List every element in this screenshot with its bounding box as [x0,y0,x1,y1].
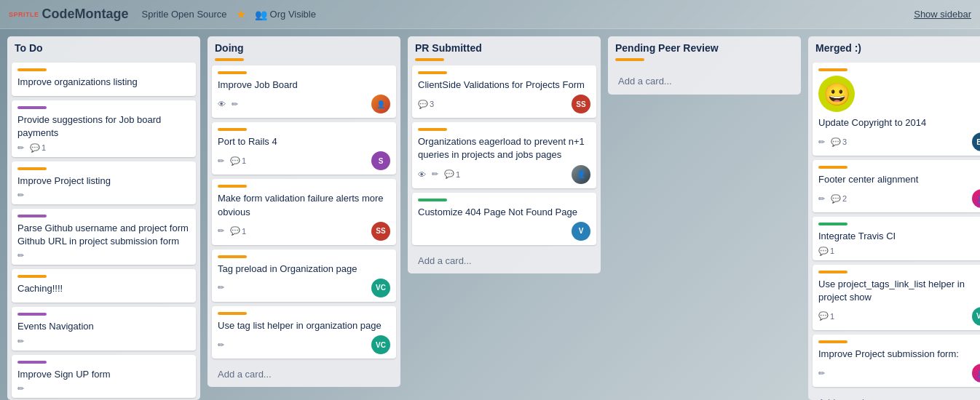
card-meta-item: ✏ [232,100,238,109]
card-meta-count: 1 [242,156,246,165]
card-title: Improve Sign UP form [17,368,190,381]
card-meta-icon: ✏ [17,143,24,153]
card[interactable]: Make form validation failure alerts more… [212,179,396,244]
card-title: Port to Rails 4 [218,135,390,148]
column-pr: PR SubmittedClientSide Validations for P… [408,36,601,273]
card[interactable]: Improve Sign UP form✏ [12,355,196,398]
card[interactable]: Use project_tags_link_list helper in pro… [813,265,980,330]
card-label-bar [17,68,47,71]
add-card-button-doing[interactable]: Add a card... [212,364,396,384]
card-avatar: S [371,151,390,170]
card-meta-icon: 👁 [418,170,426,179]
card-label-bar [818,166,847,169]
card-meta: ✏ [218,283,224,292]
card[interactable]: Improve organizations listing [12,63,196,96]
card-avatar: VC [371,335,390,354]
card[interactable]: Improve Job Board👁✏👤 [212,65,396,118]
card-meta-item: 💬3 [418,100,434,109]
column-merged: Merged :)😀Update Copyright to 2014✏💬3BLF… [808,36,980,400]
column-label-pending [615,58,644,61]
card-meta-icon: ✏ [218,340,224,350]
card-meta-icon: ✏ [17,191,24,200]
card-title: Improve Project listing [17,175,190,188]
card-meta: ✏💬3 [818,137,847,147]
card[interactable]: 😀Update Copyright to 2014✏💬3BL [813,63,980,156]
card-meta-icon: 💬 [230,156,240,166]
card[interactable]: Tag preload in Organization page✏VC [212,249,396,302]
card-meta-item: ✏ [218,226,224,236]
card-title: Improve Job Board [218,79,390,92]
card-meta-item: ✏ [818,194,825,204]
card[interactable]: Integrate Travis CI💬1 [813,217,980,260]
card-meta-icon: 💬 [230,226,240,236]
card-label-bar [818,223,847,225]
card-footer: ✏ [17,337,190,346]
card-meta-item: 💬1 [444,169,460,179]
card-meta-count: 3 [430,100,434,108]
card-title: Improve organizations listing [17,76,190,89]
card-meta-icon: ✏ [218,226,224,236]
project-name[interactable]: Spritle Open Source [142,9,227,20]
card-title: Customize 404 Page Not Found Page [418,206,590,219]
card[interactable]: ClientSide Validations for Projects Form… [412,65,596,118]
app-name: CodeMontage [42,7,129,22]
org-icon: 👥 [255,9,267,20]
card-footer: ✏ [17,384,190,393]
card-meta: ✏💬2 [818,194,847,204]
card[interactable]: Use tag list helper in organization page… [212,306,396,359]
card-meta-item: ✏ [17,251,24,260]
add-card-button-merged[interactable]: Add a card... [813,393,980,400]
show-sidebar-link[interactable]: Show sidebar [914,9,971,20]
card-title: Update Copyright to 2014 [818,116,980,129]
column-todo: To DoImprove organizations listingProvid… [7,36,200,400]
card[interactable]: Organizations eagerload to prevent n+1 q… [412,122,596,188]
header: SPRITLE CodeMontage Spritle Open Source … [0,0,980,29]
card-label-bar [418,199,447,201]
card[interactable]: Improve Project submission form:✏👤 [813,335,980,387]
card-meta-item: ✏ [818,137,825,147]
card-footer: 💬3SS [418,95,590,113]
card-label-bar [17,313,47,316]
card-meta: ✏ [17,251,24,260]
card-meta-item: ✏ [17,337,24,346]
card-meta-item: 👁 [218,100,226,108]
card[interactable]: Footer center alignment✏💬2👤 [813,160,980,212]
card[interactable]: Events Navigation✏ [12,307,196,350]
card-footer: ✏💬1 [17,143,190,153]
card-label-bar [818,68,847,71]
card[interactable]: Provide suggestions for Job board paymen… [12,100,196,156]
card-meta-count: 1 [242,227,246,236]
card-meta-icon: ✏ [232,100,238,109]
card-avatar: VC [972,307,980,326]
card[interactable]: Customize 404 Page Not Found PageV [412,193,596,245]
card-title: Use tag list helper in organization page [218,319,390,332]
card[interactable]: Caching!!!! [12,269,196,303]
card-title: Tag preload in Organization page [218,263,390,276]
card-meta-icon: 💬 [30,143,40,153]
card-meta-icon: 💬 [818,311,829,321]
card-avatar: 👤 [371,95,390,113]
add-card-button-pending[interactable]: Add a card... [612,71,797,91]
column-header-merged: Merged :) [808,36,980,58]
card[interactable]: Parse Github username and project form G… [12,209,196,265]
card-footer: ✏VC [218,335,390,354]
card-meta-count: 1 [830,312,834,321]
card-label-bar [818,271,847,273]
card-meta-icon: 💬 [418,100,428,109]
card[interactable]: Improve Project listing✏ [12,161,196,204]
star-icon[interactable]: ★ [236,7,246,21]
card-meta: ✏ [17,191,24,200]
card-meta-item: ✏ [432,169,438,179]
card[interactable]: Port to Rails 4✏💬1S [212,122,396,175]
card-label-bar [418,71,447,74]
card-footer: ✏💬1S [218,151,390,170]
add-card-button-pr[interactable]: Add a card... [412,251,596,271]
column-content-todo: Improve organizations listingProvide sug… [7,63,200,400]
card-meta: ✏ [17,384,24,393]
spritle-logo: SPRITLE [9,11,39,18]
card-meta-item: ✏ [218,283,224,292]
card-title: Caching!!!! [17,282,190,295]
card-label-bar [218,71,247,74]
card-meta-icon: ✏ [17,251,24,260]
card-meta: ✏ [218,340,224,350]
